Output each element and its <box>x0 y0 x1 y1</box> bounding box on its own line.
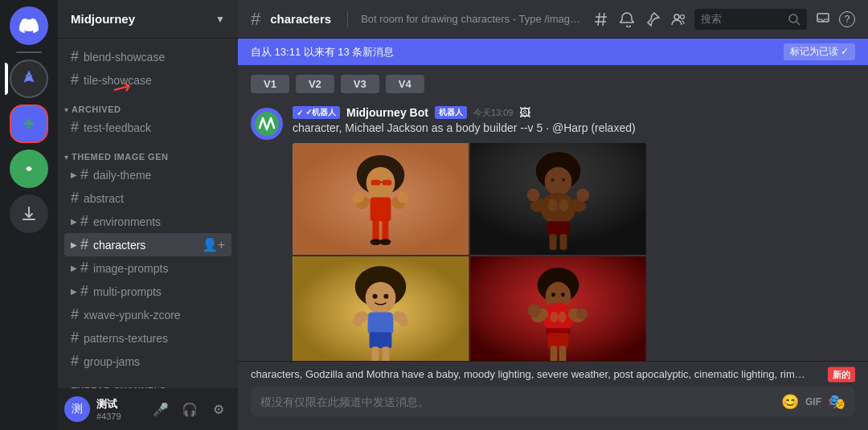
add-server-button[interactable]: + <box>10 104 48 143</box>
sidebar-channel-blend-showcase[interactable]: # blend-showcase <box>64 45 231 68</box>
members-icon[interactable] <box>669 10 688 29</box>
bot-cn-badge: 机器人 <box>435 106 467 119</box>
channel-description: Bot room for drawing characters - Type /… <box>361 13 582 25</box>
svg-point-43 <box>373 293 378 298</box>
svg-point-64 <box>528 304 541 317</box>
search-box[interactable]: 搜索 <box>694 9 807 30</box>
message-author: Midjourney Bot <box>346 106 428 119</box>
sidebar-channel-tile-showcase[interactable]: # tile-showcase <box>64 68 231 92</box>
image-cell-2 <box>470 143 646 255</box>
help-icon[interactable]: ? <box>839 11 855 27</box>
main-content: # characters Bot room for drawing charac… <box>238 0 868 430</box>
svg-point-38 <box>559 199 568 211</box>
sidebar-channel-environments[interactable]: ▶ # environments <box>64 210 231 233</box>
message-input[interactable] <box>260 387 775 417</box>
avatar-text: 测 <box>72 402 83 416</box>
new-message-bar[interactable]: characters, Godzilla and Mothra have a b… <box>238 361 868 387</box>
new-message-text: characters, Godzilla and Mothra have a b… <box>251 368 807 380</box>
svg-rect-35 <box>550 234 557 250</box>
sidebar-channel-test-feedback[interactable]: # test-feedback <box>64 116 231 139</box>
bot-check-badge: ✓ ✓机器人 <box>293 106 340 119</box>
message-content: ✓ ✓机器人 Midjourney Bot 机器人 今天13:09 🖼 char… <box>293 106 855 361</box>
svg-point-33 <box>576 188 589 201</box>
sidebar-channel-patterns[interactable]: # patterns-textures <box>64 326 231 350</box>
expand-arrow: ▶ <box>71 217 77 226</box>
svg-point-18 <box>397 191 408 203</box>
inbox-icon[interactable] <box>813 10 833 29</box>
version-v3-tab[interactable]: V3 <box>341 75 379 93</box>
category-collapse-arrow: ▾ <box>64 153 68 162</box>
hash-icon: # <box>71 353 79 370</box>
svg-point-49 <box>353 317 362 326</box>
user-bar-actions: 🎤 🎧 ⚙ <box>148 396 231 422</box>
svg-point-2 <box>681 14 685 18</box>
check-mark: ✓ <box>297 109 303 117</box>
svg-point-65 <box>576 308 588 319</box>
sidebar-channel-list: # blend-showcase # tile-showcase ▾ ARCHI… <box>58 39 238 388</box>
sidebar-channel-xwave[interactable]: # xwave-ypunk-zcore <box>64 303 231 326</box>
pin-icon[interactable] <box>643 10 662 29</box>
sidebar-channel-daily-theme[interactable]: ▶ # daily-theme <box>64 163 231 186</box>
notification-bell-icon[interactable] <box>617 10 637 29</box>
expand-arrow: ▶ <box>71 264 77 272</box>
svg-line-4 <box>796 22 800 25</box>
download-icon[interactable] <box>10 195 48 233</box>
version-v4-tab[interactable]: V4 <box>386 75 424 93</box>
add-member-icon[interactable]: 👤+ <box>202 237 225 252</box>
version-tabs-row: V1 V2 V3 V4 <box>238 72 868 96</box>
new-badge: 新的 <box>828 367 855 382</box>
sidebar-header[interactable]: Midjourney ▼ <box>58 0 238 39</box>
message-input-area: 😊 GIF 🎭 <box>238 387 868 430</box>
svg-rect-19 <box>373 219 379 242</box>
svg-point-60 <box>561 293 565 297</box>
avatar[interactable]: 测 <box>64 396 90 422</box>
sidebar-channel-abstract[interactable]: # abstract <box>64 186 231 210</box>
mark-read-button[interactable]: 标记为已读 ✓ <box>784 43 855 60</box>
svg-point-17 <box>353 191 364 203</box>
svg-rect-52 <box>382 346 389 361</box>
version-v1-tab[interactable]: V1 <box>251 75 289 93</box>
microphone-icon[interactable]: 🎤 <box>148 396 174 422</box>
version-v2-tab[interactable]: V2 <box>296 75 334 93</box>
hash-icon: # <box>80 213 88 230</box>
emoji-icon[interactable]: 😊 <box>781 393 799 411</box>
image-cell-3 <box>293 256 469 361</box>
hashtag-action-icon[interactable] <box>592 10 611 29</box>
svg-point-28 <box>562 178 565 181</box>
explore-icon[interactable] <box>10 149 48 188</box>
svg-point-71 <box>559 311 567 322</box>
user-bar: 测 测试 #4379 🎤 🎧 ⚙ <box>58 388 238 430</box>
svg-point-59 <box>551 293 555 297</box>
settings-icon[interactable]: ⚙ <box>206 396 231 422</box>
sidebar-channel-characters[interactable]: ▶ # characters 👤+ <box>64 233 231 256</box>
svg-point-37 <box>548 199 558 211</box>
thread-channels-category[interactable]: ▾ THREAD CHANNELS <box>58 373 238 388</box>
svg-point-70 <box>551 311 559 322</box>
sidebar-channel-multi-prompts[interactable]: ▶ # multi-prompts <box>64 280 231 303</box>
svg-rect-6 <box>255 112 279 136</box>
sticker-icon[interactable]: 🎭 <box>828 393 845 411</box>
generated-image-grid <box>293 143 646 361</box>
expand-arrow: ▶ <box>71 287 77 296</box>
hash-icon: # <box>80 283 88 300</box>
sidebar-channel-image-prompts[interactable]: ▶ # image-prompts <box>64 256 231 280</box>
active-server-indicator <box>5 63 8 95</box>
svg-rect-51 <box>372 346 379 361</box>
expand-arrow: ▶ <box>71 170 77 179</box>
headphone-icon[interactable]: 🎧 <box>177 396 203 422</box>
icon-bar-divider <box>16 51 42 53</box>
gif-icon[interactable]: GIF <box>805 396 821 407</box>
hash-icon: # <box>71 306 79 323</box>
header-actions: 搜索 ? <box>592 9 855 30</box>
svg-point-44 <box>383 293 388 298</box>
svg-rect-5 <box>817 14 829 22</box>
image-cell-1 <box>293 143 469 255</box>
sidebar-channel-group-jams[interactable]: # group-jams <box>64 350 231 373</box>
server-icon-boat[interactable] <box>10 59 48 98</box>
svg-rect-12 <box>382 179 391 185</box>
archived-category[interactable]: ▾ ARCHIVED <box>58 92 238 116</box>
svg-rect-11 <box>371 179 381 185</box>
discord-logo-icon[interactable] <box>10 6 48 45</box>
themed-image-gen-category[interactable]: ▾ THEMED IMAGE GEN <box>58 139 238 163</box>
hash-icon: # <box>71 72 79 88</box>
